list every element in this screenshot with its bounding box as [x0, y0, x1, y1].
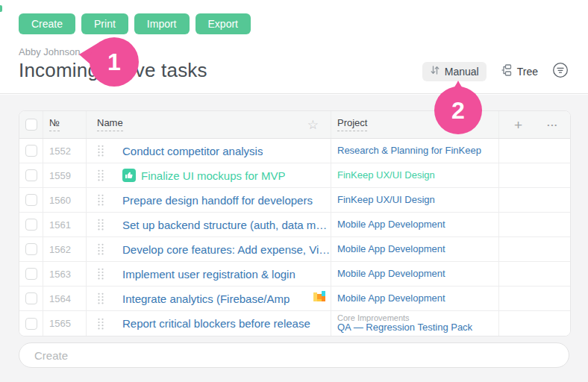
project-link[interactable]: Mobile App Development: [337, 244, 445, 255]
drag-handle-icon[interactable]: [97, 169, 104, 181]
project-link[interactable]: Mobile App Development: [337, 293, 445, 304]
edge-sliver: [0, 5, 2, 12]
breadcrumb-user: Abby Johnson: [19, 46, 80, 57]
task-name-link[interactable]: Integrate analytics (Firebase/Amp: [122, 292, 290, 305]
sort-arrows-icon: [430, 65, 440, 78]
task-name-link[interactable]: Finalize UI mockups for MVP: [141, 169, 285, 182]
task-number: 1564: [43, 286, 87, 310]
project-link[interactable]: FinKeep UX/UI Design: [337, 195, 435, 206]
task-number: 1562: [43, 237, 87, 261]
drag-handle-icon[interactable]: [97, 318, 104, 330]
table-header-row: № Name ☆ Project + •••: [19, 111, 570, 139]
table-row: 1564 Integrate analytics (Firebase/Amp: [19, 286, 570, 311]
task-number: 1561: [43, 213, 87, 237]
page-header: Create Print Import Export Abby Johnson …: [0, 0, 588, 94]
toolbar: Create Print Import Export: [19, 13, 251, 34]
task-name-link[interactable]: Conduct competitor analysis: [122, 145, 263, 157]
tree-view-button[interactable]: Tree: [498, 61, 541, 82]
tree-view-label: Tree: [517, 66, 538, 78]
project-link[interactable]: QA — Regression Testing Pack: [337, 322, 472, 334]
thumbs-up-icon: [122, 169, 136, 182]
table-row: 1562 Develop core features: Add expense,…: [19, 237, 570, 262]
drag-handle-icon[interactable]: [97, 292, 104, 304]
table-row: 1560 Prepare design handoff for develope…: [19, 188, 570, 213]
row-checkbox[interactable]: [25, 292, 37, 304]
page-title: Incoming active tasks: [19, 59, 207, 82]
table-row: 1559 Finalize UI mockups for MVP: [19, 163, 570, 188]
table-row: 1565 Report critical blockers before rel…: [19, 311, 570, 336]
table-row: 1563 Implement user registration & login: [19, 262, 570, 286]
task-table: № Name ☆ Project + ••• 1552: [19, 110, 571, 336]
filter-circle-icon: [552, 62, 569, 81]
sort-mode-button[interactable]: Manual: [422, 62, 487, 81]
drag-handle-icon[interactable]: [97, 268, 104, 280]
task-number: 1565: [43, 311, 87, 336]
task-name-link[interactable]: Develop core features: Add expense, Vi…: [122, 243, 330, 256]
project-link[interactable]: Mobile App Development: [337, 269, 445, 280]
row-checkbox[interactable]: [25, 268, 37, 280]
task-name-link[interactable]: Implement user registration & login: [122, 268, 295, 281]
task-number: 1560: [43, 188, 87, 212]
drag-handle-icon[interactable]: [97, 145, 104, 157]
drag-handle-icon[interactable]: [97, 219, 104, 231]
column-header-project[interactable]: Project: [337, 118, 367, 131]
project-link[interactable]: Mobile App Development: [337, 219, 445, 231]
view-controls: Manual Tree: [422, 61, 569, 82]
row-checkbox[interactable]: [25, 145, 37, 157]
table-body: 1552 Conduct competitor analysis: [19, 139, 570, 336]
export-button[interactable]: Export: [196, 13, 251, 34]
filter-menu-button[interactable]: [552, 62, 569, 81]
row-checkbox[interactable]: [25, 219, 37, 231]
project-link[interactable]: Research & Planning for FinKeep: [337, 145, 481, 157]
task-number: 1552: [43, 139, 87, 163]
table-row: 1561 Set up backend structure (auth, dat…: [19, 213, 570, 237]
create-task-bar: [19, 342, 569, 368]
select-all-checkbox[interactable]: [25, 119, 37, 131]
table-row: 1552 Conduct competitor analysis: [19, 139, 570, 163]
column-header-name[interactable]: Name: [97, 118, 123, 131]
analytics-sticker-icon: [313, 290, 326, 307]
task-name-link[interactable]: Report critical blockers before release: [122, 317, 310, 330]
row-checkbox[interactable]: [25, 169, 37, 181]
create-task-input[interactable]: [19, 342, 569, 368]
row-checkbox[interactable]: [25, 194, 37, 206]
more-options-button[interactable]: •••: [548, 122, 558, 128]
project-link[interactable]: FinKeep UX/UI Design: [337, 170, 435, 181]
task-name-link[interactable]: Set up backend structure (auth, data m…: [122, 219, 327, 231]
star-icon[interactable]: ☆: [307, 119, 319, 131]
import-button[interactable]: Import: [134, 13, 190, 34]
sort-mode-label: Manual: [445, 66, 479, 78]
task-number: 1563: [43, 262, 87, 286]
task-name-link[interactable]: Prepare design handoff for developers: [122, 194, 313, 207]
tree-icon: [501, 64, 513, 79]
drag-handle-icon[interactable]: [97, 243, 104, 255]
row-checkbox[interactable]: [25, 243, 37, 255]
row-checkbox[interactable]: [25, 318, 37, 330]
task-number: 1559: [43, 163, 87, 187]
add-column-button[interactable]: +: [514, 118, 522, 132]
create-button[interactable]: Create: [19, 13, 75, 34]
print-button[interactable]: Print: [81, 13, 128, 34]
drag-handle-icon[interactable]: [97, 194, 104, 206]
column-header-number[interactable]: №: [49, 118, 60, 131]
